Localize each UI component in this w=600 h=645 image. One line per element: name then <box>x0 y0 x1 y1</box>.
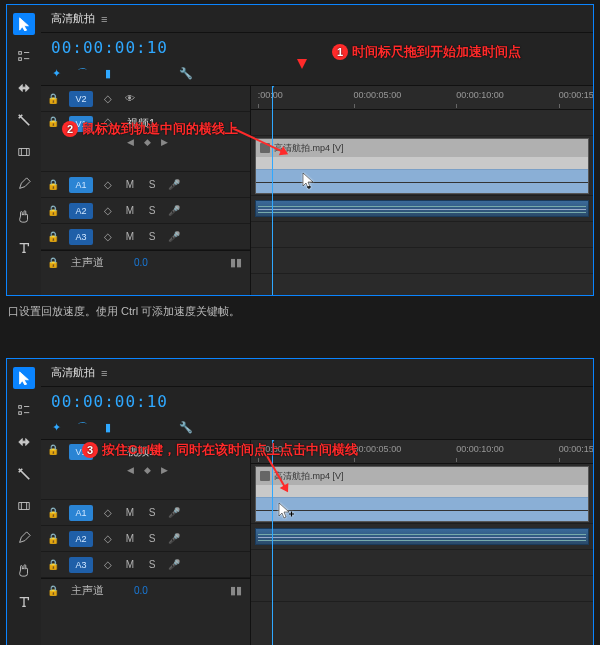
playhead[interactable] <box>272 440 273 645</box>
rubber-band-line[interactable] <box>256 497 588 521</box>
v1-lane[interactable]: 高清航拍.mp4 [V] <box>251 464 593 524</box>
master-value[interactable]: 0.0 <box>134 257 148 268</box>
track-tag-v2[interactable]: V2 <box>69 91 93 107</box>
v2-lane[interactable] <box>251 110 593 136</box>
master-track-header[interactable]: 🔒 主声道 0.0 ▮▮ <box>41 250 250 274</box>
lock-icon[interactable]: 🔒 <box>47 533 61 544</box>
time-ruler[interactable]: :00:00 00:00:05:00 00:00:10:00 00:00:15:… <box>251 86 593 110</box>
lock-icon[interactable]: 🔒 <box>47 116 61 127</box>
pen-tool[interactable] <box>13 173 35 195</box>
lock-icon[interactable]: 🔒 <box>47 231 61 242</box>
lock-icon[interactable]: 🔒 <box>47 179 61 190</box>
marker-icon[interactable]: ▮ <box>101 66 115 80</box>
track-header-a1[interactable]: 🔒 A1 ◇ M S 🎤 <box>41 500 250 526</box>
track-tag-a2[interactable]: A2 <box>69 203 93 219</box>
v1-lane[interactable]: 高清航拍.mp4 [V] <box>251 136 593 196</box>
track-header-a3[interactable]: 🔒 A3 ◇ M S 🎤 <box>41 224 250 250</box>
ripple-edit-tool[interactable] <box>13 431 35 453</box>
prev-keyframe-icon[interactable]: ◀ <box>127 465 134 475</box>
solo-button[interactable]: S <box>145 205 159 216</box>
audio-clip[interactable] <box>255 200 589 217</box>
settings-wrench-icon[interactable]: 🔧 <box>179 420 193 434</box>
lock-icon[interactable]: 🔒 <box>47 93 61 104</box>
voice-over-icon[interactable]: 🎤 <box>167 179 181 190</box>
timecode-display[interactable]: 00:00:00:10 <box>41 387 593 415</box>
audio-clip[interactable] <box>255 528 589 545</box>
a1-lane[interactable] <box>251 524 593 550</box>
toggle-output-icon[interactable]: 👁 <box>123 93 137 104</box>
sync-lock-icon[interactable]: ◇ <box>101 559 115 570</box>
voice-over-icon[interactable]: 🎤 <box>167 559 181 570</box>
type-tool[interactable] <box>13 591 35 613</box>
track-select-tool[interactable] <box>13 399 35 421</box>
solo-button[interactable]: S <box>145 179 159 190</box>
lock-icon[interactable]: 🔒 <box>47 257 61 268</box>
track-header-a3[interactable]: 🔒 A3 ◇ M S 🎤 <box>41 552 250 578</box>
sync-lock-icon[interactable]: ◇ <box>101 93 115 104</box>
add-keyframe-icon[interactable]: ◆ <box>144 137 151 147</box>
sync-lock-icon[interactable]: ◇ <box>101 179 115 190</box>
lock-icon[interactable]: 🔒 <box>47 444 61 455</box>
track-canvas[interactable]: :00:00 00:00:05:00 00:00:10:00 00:00:15:… <box>251 440 593 645</box>
lock-icon[interactable]: 🔒 <box>47 205 61 216</box>
mute-button[interactable]: M <box>123 231 137 242</box>
snap-icon[interactable]: ✦ <box>49 420 63 434</box>
track-header-a2[interactable]: 🔒 A2 ◇ M S 🎤 <box>41 526 250 552</box>
voice-over-icon[interactable]: 🎤 <box>167 231 181 242</box>
track-tag-a1[interactable]: A1 <box>69 505 93 521</box>
ripple-edit-tool[interactable] <box>13 77 35 99</box>
selection-tool[interactable] <box>13 367 35 389</box>
next-keyframe-icon[interactable]: ▶ <box>161 137 168 147</box>
a3-lane[interactable] <box>251 576 593 602</box>
lock-icon[interactable]: 🔒 <box>47 507 61 518</box>
settings-wrench-icon[interactable]: 🔧 <box>179 66 193 80</box>
sync-lock-icon[interactable]: ◇ <box>101 507 115 518</box>
track-tag-a2[interactable]: A2 <box>69 531 93 547</box>
panel-menu-icon[interactable]: ≡ <box>101 13 107 25</box>
slip-tool[interactable] <box>13 495 35 517</box>
slip-tool[interactable] <box>13 141 35 163</box>
a2-lane[interactable] <box>251 222 593 248</box>
voice-over-icon[interactable]: 🎤 <box>167 533 181 544</box>
linked-selection-icon[interactable]: ⌒ <box>75 66 89 80</box>
sequence-tab[interactable]: 高清航拍 <box>51 365 95 380</box>
mute-button[interactable]: M <box>123 507 137 518</box>
next-keyframe-icon[interactable]: ▶ <box>161 465 168 475</box>
master-track-header[interactable]: 🔒 主声道 0.0 ▮▮ <box>41 578 250 602</box>
track-tag-a1[interactable]: A1 <box>69 177 93 193</box>
panel-menu-icon[interactable]: ≡ <box>101 367 107 379</box>
track-header-a2[interactable]: 🔒 A2 ◇ M S 🎤 <box>41 198 250 224</box>
razor-tool[interactable] <box>13 109 35 131</box>
hand-tool[interactable] <box>13 205 35 227</box>
track-tag-a3[interactable]: A3 <box>69 557 93 573</box>
track-tag-a3[interactable]: A3 <box>69 229 93 245</box>
solo-button[interactable]: S <box>145 559 159 570</box>
playhead[interactable] <box>272 86 273 295</box>
a1-lane[interactable] <box>251 196 593 222</box>
add-keyframe-icon[interactable]: ◆ <box>144 465 151 475</box>
solo-button[interactable]: S <box>145 231 159 242</box>
track-header-a1[interactable]: 🔒 A1 ◇ M S 🎤 <box>41 172 250 198</box>
hand-tool[interactable] <box>13 559 35 581</box>
video-clip[interactable]: 高清航拍.mp4 [V] <box>255 466 589 522</box>
master-value[interactable]: 0.0 <box>134 585 148 596</box>
snap-icon[interactable]: ✦ <box>49 66 63 80</box>
sync-lock-icon[interactable]: ◇ <box>101 533 115 544</box>
lock-icon[interactable]: 🔒 <box>47 585 61 596</box>
mute-button[interactable]: M <box>123 559 137 570</box>
marker-icon[interactable]: ▮ <box>101 420 115 434</box>
sync-lock-icon[interactable]: ◇ <box>101 205 115 216</box>
lock-icon[interactable]: 🔒 <box>47 559 61 570</box>
linked-selection-icon[interactable]: ⌒ <box>75 420 89 434</box>
razor-tool[interactable] <box>13 463 35 485</box>
track-canvas[interactable]: :00:00 00:00:05:00 00:00:10:00 00:00:15:… <box>251 86 593 295</box>
mute-button[interactable]: M <box>123 179 137 190</box>
solo-button[interactable]: S <box>145 533 159 544</box>
a2-lane[interactable] <box>251 550 593 576</box>
type-tool[interactable] <box>13 237 35 259</box>
sequence-tab[interactable]: 高清航拍 <box>51 11 95 26</box>
mute-button[interactable]: M <box>123 205 137 216</box>
selection-tool[interactable] <box>13 13 35 35</box>
voice-over-icon[interactable]: 🎤 <box>167 205 181 216</box>
track-select-tool[interactable] <box>13 45 35 67</box>
